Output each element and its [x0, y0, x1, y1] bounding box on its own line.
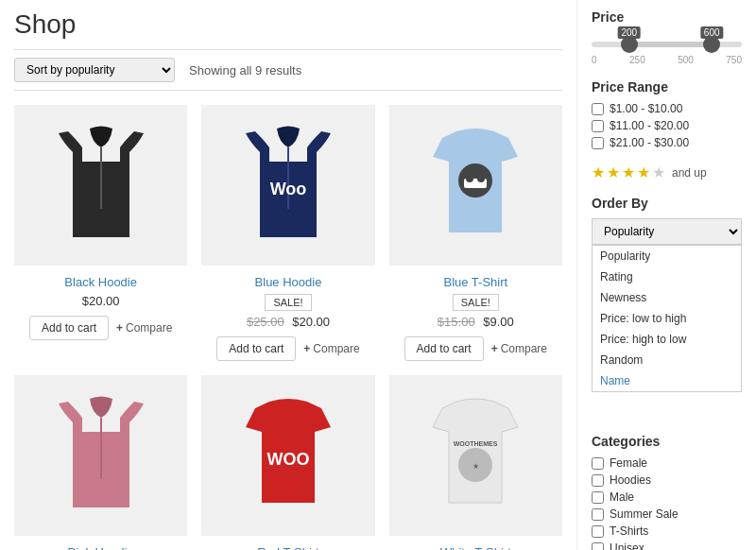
- category-label-tshirts: T-Shirts: [610, 524, 648, 538]
- categories-title: Categories: [592, 434, 742, 449]
- sale-badge: SALE!: [453, 294, 499, 311]
- order-option-newness[interactable]: Newness: [593, 287, 741, 308]
- price-range-checkbox-1[interactable]: [592, 103, 604, 115]
- price-slider-handle-right[interactable]: [703, 36, 720, 53]
- star-3: ★: [622, 163, 635, 181]
- sale-badge: SALE!: [265, 294, 311, 311]
- price-range-label-3: $21.00 - $30.00: [610, 136, 689, 149]
- category-checkbox-summer[interactable]: [592, 508, 604, 521]
- rating-section: ★ ★ ★ ★ ★ and up: [592, 163, 742, 181]
- category-label-hoodies: Hoodies: [610, 473, 651, 487]
- price-range-section: Price Range $1.00 - $10.00 $11.00 - $20.…: [592, 79, 742, 149]
- product-card: Woo Blue Hoodie SALE! $25.00 $20.00 Add …: [201, 105, 374, 361]
- add-to-cart-button[interactable]: Add to cart: [404, 336, 484, 361]
- compare-button[interactable]: + Compare: [303, 342, 359, 355]
- product-image: WOO: [201, 375, 374, 536]
- svg-point-6: [477, 175, 485, 182]
- star-5-empty: ★: [652, 163, 665, 181]
- category-label-male: Male: [610, 490, 634, 504]
- category-checkbox-female[interactable]: [592, 457, 604, 470]
- card-actions: Add to cart + Compare: [201, 336, 374, 361]
- order-option-price-high[interactable]: Price: high to low: [593, 329, 741, 350]
- product-name: Red T-Shirt: [201, 545, 374, 550]
- product-price: $20.00: [14, 294, 187, 308]
- price-slider-track[interactable]: 200 600: [592, 42, 742, 47]
- order-by-title: Order By: [592, 196, 742, 211]
- product-name: Blue Hoodie: [201, 275, 374, 289]
- svg-point-5: [466, 175, 473, 182]
- star-rating[interactable]: ★ ★ ★ ★ ★ and up: [592, 163, 742, 181]
- toolbar: Sort by popularitySort by newnessSort by…: [14, 49, 562, 91]
- product-name: White T-Shirt: [389, 545, 562, 550]
- card-actions: Add to cart + Compare: [14, 316, 187, 340]
- category-label-female: Female: [610, 456, 647, 470]
- product-image: Woo: [201, 105, 374, 266]
- order-option-price-low[interactable]: Price: low to high: [593, 308, 741, 329]
- category-checkbox-tshirts[interactable]: [592, 525, 604, 538]
- compare-button[interactable]: + Compare: [491, 342, 547, 355]
- category-item: Male: [592, 490, 742, 504]
- card-actions: Add to cart + Compare: [389, 336, 562, 361]
- compare-button[interactable]: + Compare: [116, 321, 172, 335]
- product-card: Blue T-Shirt SALE! $15.00 $9.00 Add to c…: [389, 105, 562, 361]
- add-to-cart-button[interactable]: Add to cart: [29, 316, 109, 340]
- category-label-summer: Summer Sale: [610, 507, 679, 521]
- price-range-item: $1.00 - $10.00: [592, 102, 742, 115]
- product-price: $25.00 $20.00: [201, 315, 374, 329]
- add-to-cart-button[interactable]: Add to cart: [216, 336, 296, 361]
- price-ticks: 0 250 500 750: [592, 55, 742, 65]
- products-grid: Black Hoodie $20.00 Add to cart + Compar…: [14, 105, 562, 550]
- order-option-name[interactable]: Name: [593, 370, 741, 391]
- category-item: Hoodies: [592, 473, 742, 487]
- order-option-rating[interactable]: Rating: [593, 266, 741, 287]
- price-slider-fill: [629, 42, 712, 47]
- price-slider-container: 200 600 0 250 500 750: [592, 42, 742, 65]
- star-4: ★: [637, 163, 650, 181]
- category-item: Unisex: [592, 541, 742, 550]
- order-by-list: Popularity Rating Newness Price: low to …: [592, 245, 742, 392]
- order-by-dropdown[interactable]: PopularityRatingNewnessPrice: low to hig…: [592, 218, 742, 245]
- categories-list: Female Hoodies Male Summer Sale T-Shirts: [592, 456, 742, 550]
- sort-select[interactable]: Sort by popularitySort by newnessSort by…: [14, 58, 175, 82]
- price-range-checkbox-2[interactable]: [592, 120, 604, 132]
- product-card: WOOTHEMES ★ White T-Shirt $20.00 Add to …: [389, 375, 562, 550]
- price-range-title: Price Range: [592, 79, 742, 95]
- product-image: WOOTHEMES ★: [389, 375, 562, 536]
- price-range-label-2: $11.00 - $20.00: [610, 119, 689, 132]
- product-image: [14, 375, 187, 536]
- category-checkbox-unisex[interactable]: [592, 542, 604, 551]
- price-range-item: $21.00 - $30.00: [592, 136, 742, 149]
- order-option-popularity[interactable]: Popularity: [593, 246, 741, 266]
- product-image: [14, 105, 187, 266]
- price-range-item: $11.00 - $20.00: [592, 119, 742, 132]
- order-option-random[interactable]: Random: [593, 350, 741, 370]
- product-name: Black Hoodie: [14, 275, 187, 289]
- product-card: WOO Red T-Shirt $20.00 Add to cart + Com…: [201, 375, 374, 550]
- sidebar: Price 200 600 0 250 500 750 Price R: [576, 0, 756, 550]
- category-checkbox-male[interactable]: [592, 491, 604, 504]
- order-by-section: Order By PopularityRatingNewnessPrice: l…: [592, 196, 742, 245]
- svg-text:★: ★: [472, 462, 479, 471]
- price-range-checkbox-3[interactable]: [592, 137, 604, 149]
- star-2: ★: [607, 163, 620, 181]
- product-name: Pink Hoodie: [14, 545, 187, 550]
- rating-label: and up: [672, 166, 707, 180]
- page-title: Shop: [14, 9, 562, 40]
- category-item: Female: [592, 456, 742, 470]
- product-price: $15.00 $9.00: [389, 315, 562, 329]
- svg-text:Woo: Woo: [270, 180, 307, 198]
- price-section-title: Price: [592, 9, 742, 25]
- price-range-list: $1.00 - $10.00 $11.00 - $20.00 $21.00 - …: [592, 102, 742, 149]
- category-item: T-Shirts: [592, 524, 742, 538]
- category-item: Summer Sale: [592, 507, 742, 521]
- price-slider-handle-left[interactable]: [621, 36, 638, 53]
- order-by-select[interactable]: PopularityRatingNewnessPrice: low to hig…: [592, 218, 742, 245]
- price-section: Price 200 600 0 250 500 750: [592, 9, 742, 65]
- categories-section: Categories Female Hoodies Male Summer Sa…: [592, 434, 742, 550]
- product-card: Pink Hoodie $20.00 Add to cart + Compare: [14, 375, 187, 550]
- svg-text:WOO: WOO: [266, 450, 309, 469]
- product-card: Black Hoodie $20.00 Add to cart + Compar…: [14, 105, 187, 361]
- product-image: [389, 105, 562, 266]
- star-1: ★: [592, 163, 605, 181]
- category-checkbox-hoodies[interactable]: [592, 474, 604, 487]
